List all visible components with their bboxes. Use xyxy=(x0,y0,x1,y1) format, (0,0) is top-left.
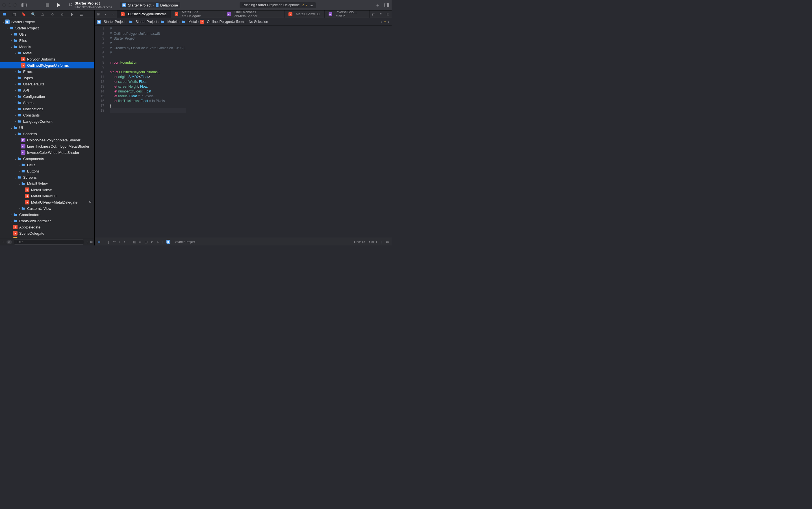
debug-memory-icon[interactable]: ⎋ xyxy=(139,240,141,243)
tree-row[interactable]: ›Configuration xyxy=(0,93,95,100)
tree-row[interactable]: mColorWheelPolygonMetalShader xyxy=(0,137,95,143)
tree-row[interactable]: sMetalUIView xyxy=(0,186,95,193)
project-navigator-tab[interactable] xyxy=(2,12,7,16)
tree-row[interactable]: sPolygonUniforms xyxy=(0,56,95,62)
editor-tab[interactable]: sOutlinedPolygonUniforms xyxy=(117,10,171,18)
tree-row[interactable]: ›Errors xyxy=(0,68,95,75)
issue-navigator-tab[interactable]: ⚠ xyxy=(41,12,45,16)
minimize-window[interactable] xyxy=(8,3,11,7)
tree-row[interactable]: ⌄Shaders xyxy=(0,131,95,137)
editor-options-button[interactable]: ≡ xyxy=(377,10,384,18)
tree-row[interactable]: ›Coordinators xyxy=(0,211,95,218)
toggle-navigator-icon[interactable] xyxy=(22,3,27,7)
debug-bar-toggle[interactable]: ▭ xyxy=(98,240,100,244)
tree-row[interactable]: sMetalUIView+UI xyxy=(0,193,95,199)
tree-row[interactable]: sSceneDelegate xyxy=(0,230,95,236)
jump-forward-icon[interactable]: › xyxy=(388,20,389,24)
scm-navigator-tab[interactable]: ◫ xyxy=(12,12,16,16)
jump-back-icon[interactable]: ‹ xyxy=(380,20,382,24)
related-items-button[interactable]: ⊞ xyxy=(95,10,102,18)
recent-filter-icon[interactable]: ◷ xyxy=(86,240,88,244)
close-window[interactable] xyxy=(2,3,6,7)
jump-warning-icon[interactable]: ⚠ xyxy=(383,20,386,24)
debug-view-icon[interactable]: ◫ xyxy=(133,240,136,244)
tree-row[interactable]: ›RootViewController xyxy=(0,218,95,224)
test-navigator-tab[interactable]: ◇ xyxy=(50,12,55,16)
bookmark-navigator-tab[interactable]: 🔖 xyxy=(22,12,26,16)
tree-row[interactable]: ›Utils xyxy=(0,31,95,37)
tree-row[interactable]: sAppDelegate xyxy=(0,224,95,230)
tree-row[interactable]: ›States xyxy=(0,100,95,106)
code-content[interactable]: //// OutlinedPolygonUniforms.swift// Sta… xyxy=(107,26,186,238)
tree-row[interactable]: ›Buttons xyxy=(0,168,95,174)
tab-overflow-button[interactable]: ⇄ xyxy=(370,10,377,18)
debug-env-icon[interactable]: ◳ xyxy=(145,240,147,244)
tree-row[interactable]: sOutlinedPolygonUniforms xyxy=(0,62,95,68)
target-label[interactable]: Starter Project xyxy=(176,240,195,243)
code-editor[interactable]: 123456789101112131415161718 //// Outline… xyxy=(95,26,392,238)
tree-row[interactable]: ›API xyxy=(0,87,95,93)
editor-tab[interactable]: sMetalUIVie…etalDelegate xyxy=(171,10,223,18)
tree-row[interactable]: ⌄Starter Project xyxy=(0,25,95,31)
tree-row[interactable]: sMetalUIView+MetalDelegateM xyxy=(0,199,95,205)
editor-tab[interactable]: mLineThickness…onMetalShader xyxy=(223,10,285,18)
tree-row[interactable]: ›Files xyxy=(0,37,95,43)
jump-segment[interactable]: sOutlinedPolygonUniforms xyxy=(200,20,245,24)
debug-step-into-icon[interactable]: ↓ xyxy=(119,240,121,243)
editor-tab[interactable]: sMetalUIView+UI xyxy=(285,10,324,18)
jump-segment[interactable]: ▣Starter Project xyxy=(97,20,125,24)
debug-step-over-icon[interactable]: ↷ xyxy=(113,240,116,244)
run-button[interactable] xyxy=(57,3,61,7)
toggle-console-icon[interactable]: ▭ xyxy=(386,240,389,244)
add-editor-button[interactable]: ＋ xyxy=(375,2,380,8)
tree-row[interactable]: ›Notifications xyxy=(0,106,95,112)
branch-icon[interactable] xyxy=(68,3,72,8)
tree-row[interactable]: ›UserDefaults xyxy=(0,81,95,87)
debug-step-out-icon[interactable]: ↑ xyxy=(124,240,125,243)
tree-label: LineThicknessCol…lygonMetalShader xyxy=(27,144,89,148)
debug-location-icon[interactable]: ➤ xyxy=(151,240,153,244)
filter-scope-icon[interactable]: ⊜ xyxy=(6,240,12,244)
jump-bar[interactable]: ▣Starter Project›Starter Project›Models›… xyxy=(95,18,392,26)
jump-segment[interactable]: Metal xyxy=(182,20,197,24)
search-navigator-tab[interactable]: 🔍 xyxy=(31,12,36,16)
tree-row[interactable]: mLineThicknessCol…lygonMetalShader xyxy=(0,143,95,149)
activity-status[interactable]: Running Starter Project on Delaphone ⚠ 2… xyxy=(239,2,316,8)
nav-back-button[interactable]: ‹ xyxy=(102,10,109,18)
tree-row[interactable]: ⌄UI xyxy=(0,125,95,131)
tree-row[interactable]: ⌄Components xyxy=(0,156,95,162)
debug-navigator-tab[interactable]: ⎋ xyxy=(60,12,65,16)
filter-input[interactable] xyxy=(14,239,84,245)
add-file-button[interactable]: ＋ xyxy=(2,240,5,244)
tree-row[interactable]: ›LanguageContent xyxy=(0,118,95,125)
tree-label: Constants xyxy=(23,113,40,117)
tree-row[interactable]: ›Constants xyxy=(0,112,95,118)
add-editor-split-button[interactable]: ⊞ xyxy=(384,10,392,18)
tree-row[interactable]: ›Cells xyxy=(0,162,95,168)
tree-row[interactable]: ⌄▣Starter Project xyxy=(0,19,95,25)
scm-filter-icon[interactable]: ⊞ xyxy=(90,240,93,244)
jump-segment[interactable]: Models xyxy=(160,20,178,24)
tree-row[interactable]: ⌄Screens xyxy=(0,174,95,180)
line-gutter: 123456789101112131415161718 xyxy=(95,26,107,238)
tree-row[interactable]: ›CustomUIView xyxy=(0,205,95,211)
tree-row[interactable]: ⌄Models xyxy=(0,43,95,50)
breakpoint-navigator-tab[interactable]: ◗ xyxy=(70,12,74,16)
warning-badge[interactable]: ⚠ 2 xyxy=(302,3,307,7)
tree-row[interactable]: ⌄MetalUIView xyxy=(0,180,95,186)
tree-label: Utils xyxy=(19,32,26,36)
editor-tab[interactable]: mInverseColo…etalSh xyxy=(325,10,370,18)
scheme-selector[interactable]: ▣ Starter Project › Delaphone xyxy=(120,2,180,8)
stop-button[interactable] xyxy=(46,3,49,7)
window-controls xyxy=(2,3,17,7)
debug-pause-icon[interactable]: ‖ xyxy=(108,240,110,244)
debug-more-icon[interactable]: ⌕ xyxy=(157,240,159,243)
jump-segment[interactable]: Starter Project xyxy=(129,20,157,24)
zoom-window[interactable] xyxy=(13,3,17,7)
tree-row[interactable]: ⌄Metal xyxy=(0,50,95,56)
tree-row[interactable]: mInverseColorWheelMetalShader xyxy=(0,149,95,156)
toggle-inspector-icon[interactable] xyxy=(384,3,389,7)
tree-row[interactable]: ›Types xyxy=(0,75,95,81)
nav-forward-button[interactable]: › xyxy=(109,10,117,18)
report-navigator-tab[interactable]: ☰ xyxy=(79,12,84,16)
